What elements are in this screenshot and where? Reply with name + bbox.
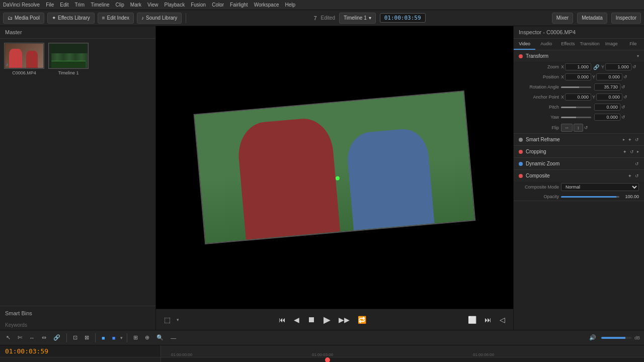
smart-reframe-dot: [519, 138, 523, 142]
tab-audio[interactable]: Audio: [535, 39, 557, 50]
composite-reset[interactable]: ↺: [635, 173, 639, 178]
flip-reset[interactable]: ↺: [584, 125, 588, 130]
smart-reframe-icon: ✦: [628, 137, 632, 142]
sound-library-button[interactable]: ♪ Sound Library: [137, 13, 182, 24]
chevron-down-icon: ▾: [369, 15, 371, 21]
position-y-input[interactable]: [596, 73, 622, 80]
smart-reframe-header[interactable]: Smart Reframe ▸ ✦ ↺: [514, 134, 644, 145]
media-pool-icon: 🗂: [8, 15, 13, 21]
smart-bins[interactable]: Smart Bins: [0, 306, 155, 320]
edit-index-button[interactable]: ≡ Edit Index: [98, 13, 134, 24]
pitch-reset[interactable]: ↺: [621, 105, 625, 110]
tl-link-btn[interactable]: 🔗: [51, 333, 62, 342]
tl-color-chevron[interactable]: ▾: [120, 335, 123, 340]
cropping-reset[interactable]: ↺: [630, 149, 634, 154]
rotation-reset[interactable]: ↺: [621, 84, 625, 89]
edit-index-icon: ≡: [102, 15, 105, 21]
tab-transition[interactable]: Transition: [579, 39, 600, 50]
preview-size-chevron[interactable]: ▾: [177, 317, 179, 322]
metadata-button[interactable]: Metadata: [577, 13, 607, 24]
tl-zoom-in-btn[interactable]: ⊕: [143, 333, 151, 342]
smart-reframe-reset[interactable]: ↺: [635, 137, 639, 142]
position-x-input[interactable]: [565, 73, 591, 80]
media-pool-header: Master: [0, 26, 155, 39]
keywords[interactable]: Keywords: [0, 320, 155, 330]
menu-clip[interactable]: Clip: [116, 2, 124, 8]
tl-more-btn[interactable]: —: [169, 334, 178, 342]
flip-v-button[interactable]: ↕: [574, 124, 583, 132]
menu-fusion[interactable]: Fusion: [191, 2, 206, 8]
zoom-y-input[interactable]: [605, 63, 631, 70]
transform-header[interactable]: Transform ▾: [514, 50, 644, 62]
tl-slip-tool[interactable]: ⇔: [40, 333, 48, 342]
menu-color[interactable]: Color: [212, 2, 224, 8]
anchor-y-input[interactable]: [596, 94, 622, 101]
menu-fairlight[interactable]: Fairlight: [230, 2, 248, 8]
tl-color2-btn[interactable]: ■: [110, 334, 118, 342]
link-icon[interactable]: 🔗: [592, 64, 600, 70]
tl-trim-tool[interactable]: ↔: [27, 334, 37, 342]
step-back-button[interactable]: ◀: [292, 314, 301, 326]
yaw-reset[interactable]: ↺: [621, 115, 625, 120]
rotation-input[interactable]: [594, 83, 620, 90]
preview-size-button[interactable]: ⬚: [162, 314, 173, 326]
tl-color-btn[interactable]: ■: [100, 334, 107, 342]
dynamic-zoom-reset[interactable]: ↺: [635, 161, 639, 166]
menu-file[interactable]: File: [46, 2, 54, 8]
yaw-input[interactable]: [594, 114, 620, 121]
zoom-x-input[interactable]: [565, 63, 591, 70]
position-xy: X Y ↺: [561, 73, 627, 80]
tl-blade-tool[interactable]: ✄: [16, 333, 24, 342]
opacity-slider[interactable]: [561, 196, 619, 198]
tab-file[interactable]: File: [622, 39, 644, 50]
play-button[interactable]: ▶: [321, 312, 333, 327]
anchor-x-input[interactable]: [565, 94, 591, 101]
flip-h-button[interactable]: ↔: [561, 124, 573, 132]
menu-edit[interactable]: Edit: [60, 2, 68, 8]
menu-mark[interactable]: Mark: [130, 2, 141, 8]
menu-workspace[interactable]: Workspace: [254, 2, 279, 8]
anchor-reset[interactable]: ↺: [623, 95, 627, 100]
loop-button[interactable]: 🔁: [356, 314, 368, 326]
tl-search-btn[interactable]: 🔍: [154, 333, 166, 342]
menu-davinci[interactable]: DaVinci Resolve: [3, 2, 40, 8]
tab-video[interactable]: Video: [514, 39, 535, 50]
go-to-end-button[interactable]: ⏭: [482, 314, 494, 326]
go-to-start-button[interactable]: ⏮: [277, 314, 288, 326]
menu-help[interactable]: Help: [285, 2, 295, 8]
dynamic-zoom-section: Dynamic Zoom ↺: [514, 158, 644, 170]
media-label-c0006: C0006.MP4: [12, 70, 36, 75]
position-reset[interactable]: ↺: [623, 74, 627, 79]
main-layout: Master ♪ C0006.MP4: [0, 26, 644, 330]
tl-clip-btn[interactable]: ⊞: [131, 333, 140, 342]
media-item-c0006[interactable]: ♪ C0006.MP4: [4, 43, 44, 302]
cropping-header[interactable]: Cropping ✦ ↺ ▸: [514, 146, 644, 157]
media-item-timeline1[interactable]: Timeline 1: [48, 43, 89, 302]
menu-view[interactable]: View: [147, 2, 158, 8]
tl-volume-slider[interactable]: [601, 337, 631, 339]
menu-trim[interactable]: Trim: [75, 2, 85, 8]
tl-snap-btn[interactable]: ⊡: [71, 333, 79, 342]
tab-image[interactable]: Image: [601, 39, 622, 50]
tl-volume-btn[interactable]: 🔊: [587, 333, 598, 342]
tab-effects[interactable]: Effects: [557, 39, 579, 50]
composite-mode-select[interactable]: Normal: [561, 183, 639, 191]
timeline-timecode: 01:00:03:59: [5, 347, 48, 355]
mixer-button[interactable]: Mixer: [552, 13, 573, 24]
zoom-reset[interactable]: ↺: [632, 64, 636, 69]
tl-select-tool[interactable]: ↖: [4, 333, 13, 342]
inspector-button[interactable]: Inspector: [611, 13, 641, 24]
menu-playback[interactable]: Playback: [165, 2, 185, 8]
stop-button[interactable]: ⏹: [305, 313, 317, 326]
pitch-input[interactable]: [594, 104, 620, 111]
fullscreen-button[interactable]: ⬜: [466, 314, 478, 326]
tl-magnet-btn[interactable]: ⊠: [83, 333, 91, 342]
mark-in-button[interactable]: ◁: [498, 314, 507, 326]
media-pool-button[interactable]: 🗂 Media Pool: [3, 13, 44, 24]
timeline-selector[interactable]: Timeline 1 ▾: [339, 13, 376, 24]
composite-header[interactable]: Composite ✦ ↺: [514, 170, 644, 182]
menu-timeline[interactable]: Timeline: [91, 2, 109, 8]
dynamic-zoom-header[interactable]: Dynamic Zoom ↺: [514, 158, 644, 169]
step-forward-button[interactable]: ▶▶: [337, 314, 352, 326]
effects-library-button[interactable]: ✦ Effects Library: [47, 13, 95, 24]
